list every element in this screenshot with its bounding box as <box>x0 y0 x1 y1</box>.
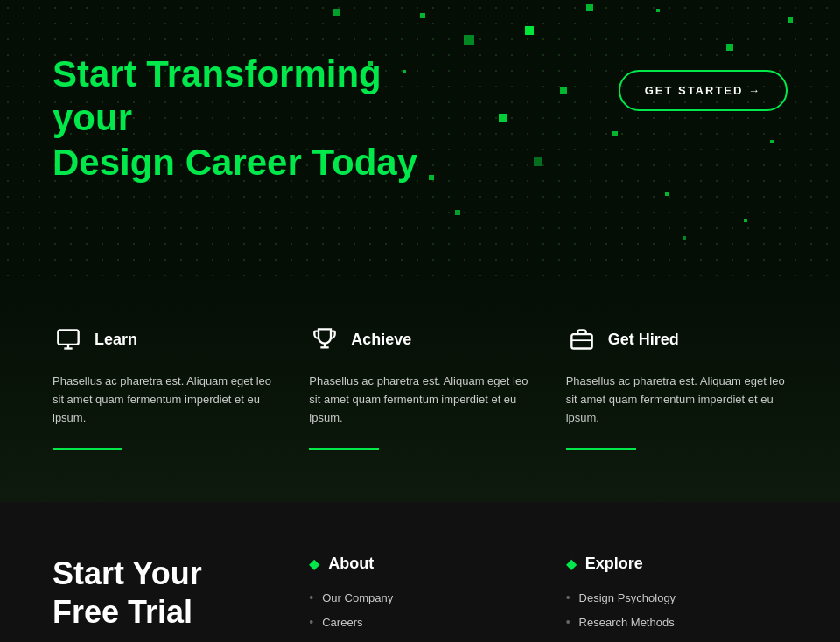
about-link-our-company[interactable]: Our Company <box>309 590 530 604</box>
middle-section: Start Your Free Trial Phasellus ac phare… <box>0 502 840 642</box>
hero-section: Start Transforming your Design Career To… <box>0 0 840 280</box>
hero-title: Start Transforming your Design Career To… <box>52 52 420 185</box>
explore-link-design-psychology[interactable]: Design Psychology <box>566 590 788 604</box>
svg-rect-5 <box>571 334 592 348</box>
about-link-careers[interactable]: Careers <box>309 615 530 629</box>
feature-learn-title: Learn <box>94 331 137 349</box>
about-header: ◆ About <box>309 555 530 573</box>
feature-achieve: Achieve Phasellus ac pharetra est. Aliqu… <box>309 324 530 450</box>
cta-title: Start Your Free Trial <box>52 555 274 630</box>
feature-achieve-line <box>309 448 379 450</box>
feature-learn-desc: Phasellus ac pharetra est. Aliquam eget … <box>52 373 274 427</box>
feature-gethired-header: Get Hired <box>566 324 788 355</box>
explore-column: ◆ Explore Design Psychology Research Met… <box>566 555 788 642</box>
feature-learn-line <box>52 448 122 450</box>
about-col-title: About <box>328 555 374 573</box>
monitor-icon <box>52 324 84 355</box>
trophy-icon <box>309 324 340 355</box>
explore-links-list: Design Psychology Research Methods Infor… <box>566 590 788 642</box>
feature-learn: Learn Phasellus ac pharetra est. Aliquam… <box>52 324 274 450</box>
diamond-icon-about: ◆ <box>309 555 319 572</box>
get-started-button[interactable]: GET STARTED → <box>619 70 788 111</box>
feature-achieve-title: Achieve <box>351 331 411 349</box>
feature-learn-header: Learn <box>52 324 274 355</box>
explore-link-research-methods[interactable]: Research Methods <box>566 615 788 629</box>
about-links-list: Our Company Careers Instructors Certific… <box>309 590 530 642</box>
feature-gethired-title: Get Hired <box>608 331 679 349</box>
briefcase-icon <box>566 324 598 355</box>
cta-column: Start Your Free Trial Phasellus ac phare… <box>52 555 274 642</box>
svg-rect-0 <box>58 331 78 345</box>
feature-achieve-header: Achieve <box>309 324 530 355</box>
features-section: Learn Phasellus ac pharetra est. Aliquam… <box>0 280 840 502</box>
feature-gethired-line <box>566 448 636 450</box>
feature-gethired-desc: Phasellus ac pharetra est. Aliquam eget … <box>566 373 788 427</box>
about-column: ◆ About Our Company Careers Instructors … <box>309 555 530 642</box>
feature-gethired: Get Hired Phasellus ac pharetra est. Ali… <box>566 324 788 450</box>
explore-col-title: Explore <box>585 555 643 573</box>
explore-header: ◆ Explore <box>566 555 788 573</box>
feature-achieve-desc: Phasellus ac pharetra est. Aliquam eget … <box>309 373 530 427</box>
diamond-icon-explore: ◆ <box>566 555 577 572</box>
